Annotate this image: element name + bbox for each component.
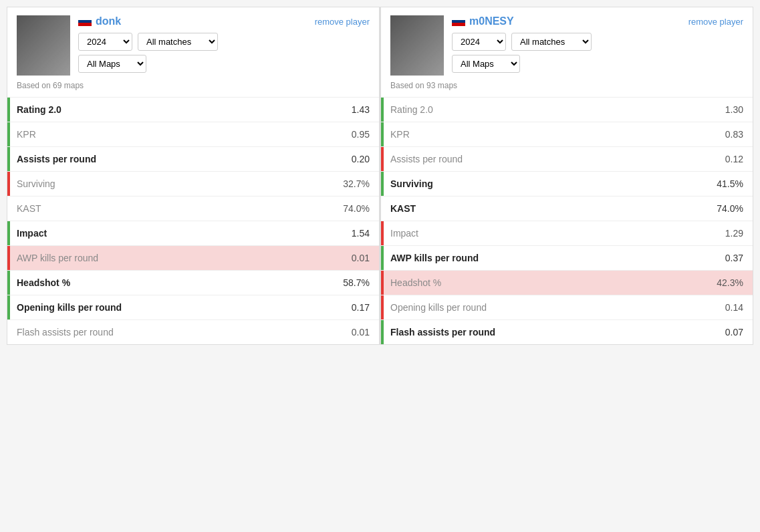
stat-label-m0nesy-2: Assists per round (390, 154, 463, 164)
stat-row-donk-1: KPR0.95 (7, 122, 379, 147)
stat-label-donk-1: KPR (17, 129, 36, 140)
stat-label-m0nesy-6: AWP kills per round (390, 253, 479, 263)
stat-bar-m0nesy-0 (381, 98, 384, 122)
player-avatar-donk (17, 15, 70, 76)
stat-row-m0nesy-4: KAST74.0% (381, 196, 753, 221)
stat-value-m0nesy-8: 0.14 (725, 302, 743, 313)
stat-bar-m0nesy-4 (381, 196, 384, 221)
stat-value-m0nesy-6: 0.37 (725, 253, 743, 263)
stat-bar-donk-1 (7, 122, 10, 146)
remove-player-m0nesy[interactable]: remove player (688, 17, 743, 27)
map-select-m0nesy[interactable]: All MapsMirageInfernoNukeDust2 (452, 55, 520, 73)
stat-value-m0nesy-1: 0.83 (725, 129, 743, 140)
stat-label-donk-6: AWP kills per round (17, 253, 98, 263)
stat-label-donk-8: Opening kills per round (17, 302, 122, 313)
stat-bar-donk-5 (7, 221, 10, 245)
map-select-donk[interactable]: All MapsMirageInfernoNukeDust2 (78, 55, 146, 73)
stat-row-donk-9: Flash assists per round0.01 (7, 320, 379, 344)
player-name-m0nesy[interactable]: m0NESY (469, 15, 514, 27)
stat-row-donk-3: Surviving32.7% (7, 172, 379, 196)
stat-bar-donk-0 (7, 98, 10, 122)
match-select-m0nesy[interactable]: All matchesLANOnline (511, 33, 592, 51)
stat-label-donk-4: KAST (17, 203, 41, 214)
stat-value-m0nesy-0: 1.30 (725, 104, 743, 115)
stat-label-m0nesy-1: KPR (390, 129, 410, 140)
stat-label-donk-9: Flash assists per round (17, 327, 114, 338)
stat-value-donk-1: 0.95 (352, 129, 370, 140)
stat-value-donk-6: 0.01 (352, 253, 370, 263)
stat-label-donk-5: Impact (17, 228, 47, 239)
stat-row-donk-7: Headshot %58.7% (7, 271, 379, 295)
stat-value-donk-9: 0.01 (352, 327, 370, 338)
player-header-donk: donkremove player202420232022All matches… (7, 7, 379, 98)
player-avatar-m0nesy (390, 15, 444, 76)
stat-bar-donk-7 (7, 271, 10, 295)
stat-value-donk-2: 0.20 (352, 154, 370, 164)
comparison-container: donkremove player202420232022All matches… (7, 7, 753, 345)
stat-label-m0nesy-7: Headshot % (390, 277, 441, 288)
stat-row-m0nesy-7: Headshot %42.3% (381, 271, 753, 295)
stat-label-m0nesy-3: Surviving (390, 178, 433, 189)
flag-icon-m0nesy (452, 17, 465, 26)
stat-row-m0nesy-1: KPR0.83 (381, 122, 753, 147)
stat-value-donk-7: 58.7% (343, 277, 370, 288)
stat-value-m0nesy-7: 42.3% (717, 277, 743, 288)
stat-value-donk-3: 32.7% (343, 178, 370, 189)
stat-value-m0nesy-5: 1.29 (725, 228, 743, 239)
player-panel-m0nesy: m0NESYremove player202420232022All match… (380, 7, 753, 345)
stat-label-m0nesy-5: Impact (390, 228, 418, 239)
stat-row-m0nesy-2: Assists per round0.12 (381, 147, 753, 172)
stat-label-donk-3: Surviving (17, 178, 55, 189)
stats-table-donk: Rating 2.01.43KPR0.95Assists per round0.… (7, 98, 379, 344)
stat-row-m0nesy-0: Rating 2.01.30 (381, 98, 753, 122)
stat-row-m0nesy-6: AWP kills per round0.37 (381, 246, 753, 271)
stat-value-m0nesy-2: 0.12 (725, 154, 743, 164)
stat-row-m0nesy-5: Impact1.29 (381, 221, 753, 246)
stat-value-donk-8: 0.17 (352, 302, 370, 313)
stat-row-m0nesy-9: Flash assists per round0.07 (381, 320, 753, 344)
stat-label-donk-0: Rating 2.0 (17, 104, 61, 115)
stat-value-m0nesy-9: 0.07 (725, 327, 743, 338)
stat-row-m0nesy-3: Surviving41.5% (381, 172, 753, 196)
stat-bar-donk-8 (7, 295, 10, 319)
stat-label-donk-7: Headshot % (17, 277, 70, 288)
stat-row-donk-6: AWP kills per round0.01 (7, 246, 379, 271)
stat-bar-m0nesy-2 (381, 147, 384, 171)
remove-player-donk[interactable]: remove player (315, 17, 370, 27)
year-select-donk[interactable]: 202420232022 (78, 33, 132, 51)
year-select-m0nesy[interactable]: 202420232022 (452, 33, 506, 51)
stat-row-donk-5: Impact1.54 (7, 221, 379, 246)
player-name-donk[interactable]: donk (96, 15, 121, 27)
stat-label-donk-2: Assists per round (17, 154, 96, 164)
stat-bar-donk-3 (7, 172, 10, 196)
player-panel-donk: donkremove player202420232022All matches… (7, 7, 380, 345)
stat-row-m0nesy-8: Opening kills per round0.14 (381, 295, 753, 320)
stat-bar-donk-2 (7, 147, 10, 171)
stat-label-m0nesy-9: Flash assists per round (390, 327, 495, 338)
stat-bar-m0nesy-8 (381, 295, 384, 319)
stat-value-donk-0: 1.43 (352, 104, 370, 115)
stat-label-m0nesy-4: KAST (390, 203, 416, 214)
stat-value-donk-5: 1.54 (352, 228, 370, 239)
stat-bar-m0nesy-5 (381, 221, 384, 245)
based-on-m0nesy: Based on 93 maps (390, 81, 743, 90)
stat-bar-m0nesy-1 (381, 122, 384, 146)
stat-bar-donk-4 (7, 196, 10, 221)
stat-bar-m0nesy-6 (381, 246, 384, 270)
stat-label-m0nesy-0: Rating 2.0 (390, 104, 433, 115)
stat-value-m0nesy-3: 41.5% (717, 178, 743, 189)
player-header-m0nesy: m0NESYremove player202420232022All match… (381, 7, 753, 98)
match-select-donk[interactable]: All matchesLANOnline (138, 33, 218, 51)
stat-bar-donk-6 (7, 246, 10, 270)
stat-label-m0nesy-8: Opening kills per round (390, 302, 487, 313)
flag-icon-donk (78, 17, 92, 26)
stat-row-donk-8: Opening kills per round0.17 (7, 295, 379, 320)
stat-bar-m0nesy-7 (381, 271, 384, 295)
stats-table-m0nesy: Rating 2.01.30KPR0.83Assists per round0.… (381, 98, 753, 344)
stat-bar-m0nesy-9 (381, 320, 384, 344)
stat-bar-donk-9 (7, 320, 10, 344)
stat-value-m0nesy-4: 74.0% (717, 203, 743, 214)
based-on-donk: Based on 69 maps (17, 81, 370, 90)
stat-row-donk-4: KAST74.0% (7, 196, 379, 221)
stat-bar-m0nesy-3 (381, 172, 384, 196)
